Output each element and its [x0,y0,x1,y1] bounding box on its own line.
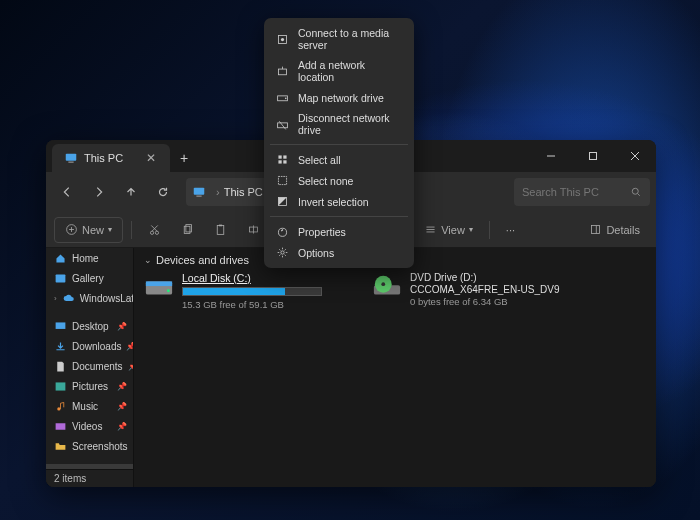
details-pane-button[interactable]: Details [581,217,648,243]
minimize-button[interactable] [530,140,572,172]
svg-rect-61 [283,160,286,163]
sidebar-item-videos[interactable]: Videos📌 [46,416,133,436]
tab-label: This PC [84,152,123,164]
svg-rect-59 [283,155,286,158]
window-controls [530,140,656,172]
sidebar-item-music[interactable]: Music📌 [46,396,133,416]
explorer-body: Home Gallery ›WindowsLatest Desktop📌 Dow… [46,248,656,487]
svg-rect-18 [186,225,192,232]
gallery-icon [54,272,67,285]
search-input[interactable] [522,186,626,198]
svg-point-37 [57,407,60,410]
ctx-select-none[interactable]: Select none [264,170,414,191]
content-pane[interactable]: ⌄ Devices and drives Local Disk (C:) 15.… [134,248,656,487]
sidebar-item-downloads[interactable]: Downloads📌 [46,336,133,356]
ctx-select-all[interactable]: Select all [264,149,414,170]
drive-dvd-d[interactable]: DVD Drive (D:) CCCOMA_X64FRE_EN-US_DV9 0… [372,272,582,310]
svg-rect-52 [278,69,286,75]
close-button[interactable] [614,140,656,172]
ctx-map-network-drive[interactable]: Map network drive [264,87,414,108]
drive-name: Local Disk (C:) [182,272,322,284]
disconnect-drive-icon [276,118,289,131]
svg-point-64 [281,251,284,254]
ctx-invert-selection[interactable]: Invert selection [264,191,414,212]
more-button[interactable]: ··· [498,217,523,243]
rename-icon [247,223,260,236]
svg-point-14 [155,231,158,234]
music-icon [54,400,67,413]
sidebar-item-pictures[interactable]: Pictures📌 [46,376,133,396]
svg-rect-58 [278,155,281,158]
back-button[interactable] [52,177,82,207]
svg-rect-20 [219,225,222,227]
pin-icon: 📌 [117,382,127,391]
ctx-disconnect-network-drive[interactable]: Disconnect network drive [264,108,414,140]
drive-icon [144,272,174,302]
this-pc-icon [192,185,206,199]
pin-icon: 📌 [117,402,127,411]
svg-point-49 [381,282,385,286]
sidebar-item-desktop[interactable]: Desktop📌 [46,316,133,336]
folder-icon [54,440,67,453]
svg-line-16 [152,225,158,231]
svg-rect-35 [56,322,66,329]
svg-point-13 [150,231,153,234]
plus-circle-icon [65,223,78,236]
svg-rect-19 [217,225,224,234]
ctx-options[interactable]: Options [264,242,414,263]
drive-name: DVD Drive (D:) [410,272,560,283]
documents-icon [54,360,67,373]
svg-rect-62 [278,176,286,184]
sidebar-item-documents[interactable]: Documents📌 [46,356,133,376]
cut-icon [148,223,161,236]
pin-icon: 📌 [117,422,127,431]
search-box[interactable] [514,178,650,206]
pictures-icon [54,380,67,393]
refresh-button[interactable] [148,177,178,207]
chevron-down-icon: ⌄ [144,255,152,265]
svg-line-9 [638,194,640,196]
pin-icon: 📌 [126,342,133,351]
paste-icon [214,223,227,236]
new-button[interactable]: New ▾ [54,217,123,243]
sidebar-item-home[interactable]: Home [46,248,133,268]
media-server-icon [276,33,289,46]
chevron-down-icon: ▾ [469,225,473,234]
sidebar-item-screenshots[interactable]: Screenshots [46,436,133,456]
cloud-icon [62,292,75,305]
dvd-drive-icon [372,272,402,302]
svg-point-51 [281,37,284,40]
svg-rect-45 [146,281,172,286]
this-pc-icon [64,151,78,165]
breadcrumb-segment[interactable]: This PC [224,186,263,198]
tab-close-button[interactable]: ✕ [142,151,160,165]
view-button[interactable]: View ▾ [416,217,481,243]
pin-icon: 📌 [128,362,133,371]
map-drive-icon [276,91,289,104]
paste-button[interactable] [206,217,235,243]
sidebar-item-windowslatest[interactable]: ›WindowsLatest [46,288,133,308]
sidebar-item-gallery[interactable]: Gallery [46,268,133,288]
drive-local-disk-c[interactable]: Local Disk (C:) 15.3 GB free of 59.1 GB [144,272,354,310]
ctx-properties[interactable]: Properties [264,221,414,242]
chevron-right-icon: › [54,294,57,303]
svg-rect-7 [196,196,201,197]
new-tab-button[interactable]: + [170,144,198,172]
forward-button[interactable] [84,177,114,207]
ctx-add-network-location[interactable]: Add a network location [264,55,414,87]
svg-rect-36 [56,382,66,390]
svg-rect-1 [68,162,73,163]
maximize-button[interactable] [572,140,614,172]
details-icon [589,223,602,236]
tab-this-pc[interactable]: This PC ✕ [52,144,170,172]
drive-usage-bar [182,287,322,296]
svg-rect-32 [592,225,600,233]
context-menu: Connect to a media server Add a network … [264,18,414,268]
select-all-icon [276,153,289,166]
cut-button[interactable] [140,217,169,243]
sidebar: Home Gallery ›WindowsLatest Desktop📌 Dow… [46,248,134,487]
up-button[interactable] [116,177,146,207]
svg-rect-3 [590,153,597,160]
copy-button[interactable] [173,217,202,243]
ctx-connect-media-server[interactable]: Connect to a media server [264,23,414,55]
